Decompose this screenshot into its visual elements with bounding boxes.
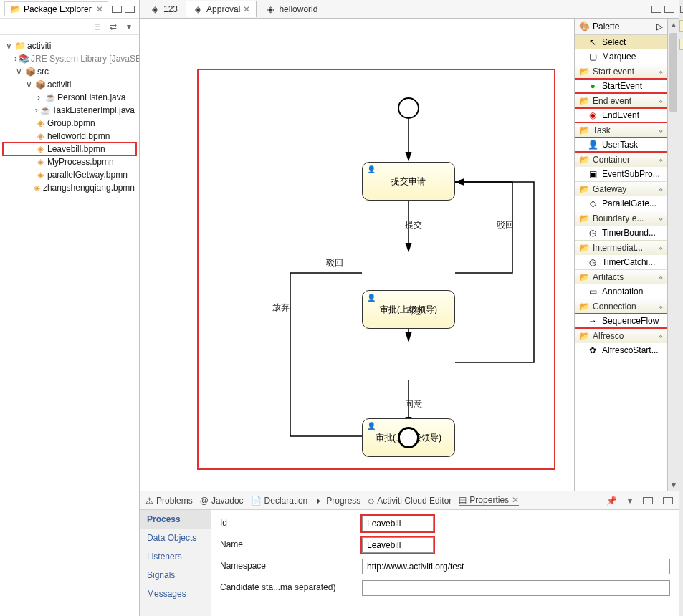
properties-sidebar-item[interactable]: Data Objects <box>140 529 211 547</box>
palette-item[interactable]: 👤UserTask <box>575 138 667 152</box>
palette-select-label: Select <box>602 37 626 47</box>
tree-expander-icon[interactable]: › <box>34 92 43 102</box>
palette-scrollbar[interactable]: ▴ ▾ <box>667 19 679 491</box>
palette-group-header[interactable]: 📂Alfresco⋄ <box>575 328 667 343</box>
palette-item-label: EndEvent <box>602 110 639 120</box>
editor-tab[interactable]: ◈helloworld <box>258 1 324 17</box>
minimize-icon[interactable] <box>112 6 122 13</box>
palette-item[interactable]: ◇ParallelGate... <box>575 196 667 211</box>
tree-item[interactable]: ›📚JRE System Library [JavaSE <box>3 52 136 65</box>
palette-item-label: EventSubPro... <box>602 169 660 179</box>
properties-sidebar-item[interactable]: Listeners <box>140 547 211 566</box>
collapse-all-icon[interactable]: ⊟ <box>92 21 103 32</box>
tree-item[interactable]: ◈MyProcess.bpmn <box>3 155 136 168</box>
diagram-canvas[interactable]: 👤 提交申请 👤 审批(上级领导) 👤 审批(上上级领导) 提交 驳回 驳回 同… <box>140 19 574 491</box>
bpmn-icon: ◈ <box>34 169 46 181</box>
editor-tab[interactable]: ◈Approval✕ <box>186 1 257 17</box>
tree-expander-icon[interactable]: ∨ <box>4 41 13 51</box>
palette-item[interactable]: ◉EndEvent <box>575 108 667 122</box>
prop-candidate-input[interactable] <box>362 580 670 596</box>
minimize-icon[interactable] <box>651 6 661 13</box>
palette-group-header[interactable]: 📂Connection⋄ <box>575 299 667 314</box>
minimize-icon[interactable] <box>643 497 653 504</box>
palette-group-header[interactable]: 📂Artifacts⋄ <box>575 269 667 284</box>
palette-item[interactable]: ▣EventSubPro... <box>575 167 667 181</box>
prop-namespace-label: Namespace <box>220 559 356 574</box>
tree-item[interactable]: ∨📁activiti <box>3 39 136 52</box>
palette-item[interactable]: →SequenceFlow <box>575 314 667 328</box>
scroll-down-icon[interactable]: ▾ <box>668 479 679 491</box>
bottom-tab[interactable]: @Javadoc <box>200 496 244 506</box>
editor-tab[interactable]: ◈123 <box>143 1 184 17</box>
properties-sidebar-item[interactable]: Process <box>140 510 211 529</box>
gutter-icon[interactable] <box>679 20 683 32</box>
bottom-tab[interactable]: ▤Properties✕ <box>459 495 519 506</box>
scroll-thumb[interactable] <box>669 33 677 112</box>
chevron-right-icon[interactable]: ▷ <box>656 21 663 32</box>
bottom-tab[interactable]: ◇Activiti Cloud Editor <box>368 496 452 506</box>
task-submit[interactable]: 👤 提交申请 <box>362 162 455 201</box>
start-event-node[interactable] <box>398 97 419 119</box>
properties-sidebar-item[interactable]: Messages <box>140 584 211 603</box>
palette-group-header[interactable]: 📂Start event⋄ <box>575 64 667 79</box>
palette-group-header[interactable]: 📂End event⋄ <box>575 93 667 108</box>
maximize-icon[interactable] <box>125 6 135 13</box>
package-tree[interactable]: ∨📁activiti›📚JRE System Library [JavaSE∨📦… <box>0 35 139 616</box>
folder-icon: 📂 <box>579 96 590 106</box>
bpmn-icon: ◈ <box>192 4 204 15</box>
tree-item[interactable]: ∨📦src <box>3 65 136 78</box>
tree-item[interactable]: ›☕TaskListenerImpl.java <box>3 104 136 117</box>
close-icon[interactable]: ✕ <box>243 4 250 14</box>
palette-item-label: TimerBound... <box>602 228 656 238</box>
close-icon[interactable]: ✕ <box>512 495 519 505</box>
tree-item[interactable]: ◈parallelGetway.bpmn <box>3 168 136 181</box>
tree-expander-icon[interactable]: ∨ <box>24 80 33 90</box>
maximize-icon[interactable] <box>664 6 674 13</box>
prop-id-input[interactable] <box>362 516 434 531</box>
tree-item[interactable]: ◈helloworld.bpmn <box>3 130 136 143</box>
task-label: 提交申请 <box>391 175 426 188</box>
palette-item[interactable]: ▭Annotation <box>575 284 667 299</box>
tree-item[interactable]: ›☕PersonListen.java <box>3 91 136 104</box>
tree-expander-icon[interactable]: › <box>14 54 17 64</box>
palette-item[interactable]: ●StartEvent <box>575 79 667 93</box>
user-task-icon: 👤 <box>367 165 376 173</box>
view-menu-icon[interactable]: ▾ <box>624 495 636 506</box>
palette-tool-select[interactable]: ↖ Select <box>575 35 667 49</box>
prop-name-input[interactable] <box>362 537 434 553</box>
tree-expander-icon[interactable]: ∨ <box>14 67 23 77</box>
bottom-tab[interactable]: ⚠Problems <box>145 496 193 506</box>
tree-item[interactable]: ◈zhangshengqiang.bpmn <box>3 181 136 194</box>
scroll-up-icon[interactable]: ▴ <box>668 19 679 30</box>
palette-item[interactable]: ◷TimerCatchi... <box>575 255 667 269</box>
chevron-icon: ⋄ <box>659 274 663 281</box>
bottom-tab[interactable]: ⏵Progress <box>315 496 360 506</box>
tree-item[interactable]: ◈Group.bpmn <box>3 117 136 130</box>
tree-expander-icon[interactable]: › <box>34 105 39 115</box>
palette-tool-marquee[interactable]: ▢ Marquee <box>575 49 667 64</box>
package-explorer-tab[interactable]: 📂 Package Explorer ✕ <box>4 1 108 16</box>
palette-group-header[interactable]: 📂Task⋄ <box>575 122 667 138</box>
gutter-icon[interactable] <box>679 39 683 50</box>
pin-icon[interactable]: 📌 <box>606 495 617 506</box>
prop-namespace-input[interactable] <box>362 559 670 574</box>
palette-item[interactable]: ✿AlfrescoStart... <box>575 343 667 357</box>
bottom-tab[interactable]: 📄Declaration <box>251 496 308 506</box>
tree-item[interactable]: ◈Leavebill.bpmn <box>3 143 136 155</box>
minimize-icon[interactable] <box>680 6 683 13</box>
end-event-node[interactable] <box>398 427 419 448</box>
view-menu-icon[interactable]: ▾ <box>123 21 135 32</box>
link-editor-icon[interactable]: ⇄ <box>108 21 119 32</box>
close-icon[interactable]: ✕ <box>96 4 103 14</box>
palette-group-header[interactable]: 📂Container⋄ <box>575 152 667 167</box>
palette-item[interactable]: ◷TimerBound... <box>575 226 667 240</box>
palette-group-header[interactable]: 📂Boundary e...⋄ <box>575 211 667 226</box>
palette-item-label: SequenceFlow <box>602 316 659 326</box>
palette-title-bar[interactable]: 🎨Palette ▷ <box>575 19 667 35</box>
tree-item[interactable]: ∨📦activiti <box>3 78 136 91</box>
properties-sidebar-item[interactable]: Signals <box>140 566 211 584</box>
maximize-icon[interactable] <box>663 497 673 504</box>
palette-group-header[interactable]: 📂Gateway⋄ <box>575 181 667 196</box>
palette-group-header[interactable]: 📂Intermediat...⋄ <box>575 240 667 255</box>
flow-label-reject-upper: 驳回 <box>497 219 514 231</box>
